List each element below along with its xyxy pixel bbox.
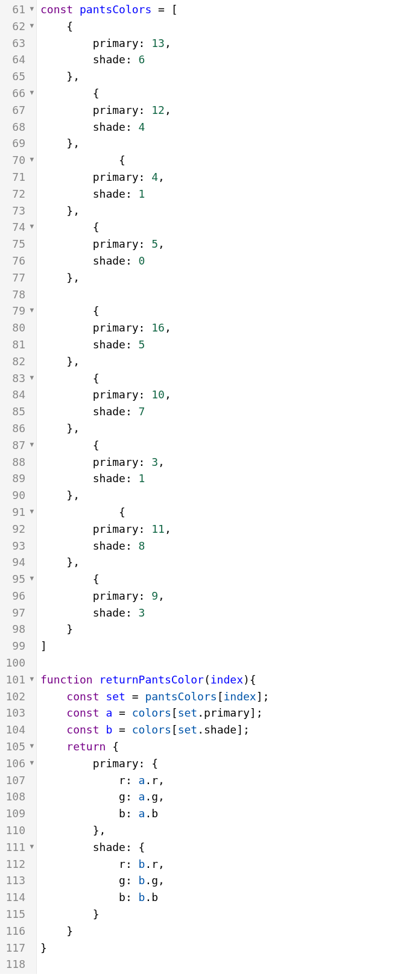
- code-line[interactable]: shade: 8: [40, 538, 409, 554]
- fold-toggle-icon: [25, 788, 34, 805]
- line-number: 92: [4, 521, 25, 538]
- code-line[interactable]: const pantsColors = [: [40, 1, 409, 18]
- code-line[interactable]: const set = pantsColors[index];: [40, 688, 409, 705]
- code-line[interactable]: }: [40, 621, 409, 638]
- code-line[interactable]: },: [40, 353, 409, 370]
- code-line[interactable]: primary: 16,: [40, 319, 409, 336]
- code-line[interactable]: {: [40, 370, 409, 387]
- gutter-line: 84: [4, 386, 34, 403]
- code-line[interactable]: },: [40, 68, 409, 85]
- fold-toggle-icon: [25, 101, 34, 118]
- code-line[interactable]: {: [40, 85, 409, 102]
- code-line[interactable]: primary: 13,: [40, 35, 409, 52]
- code-line[interactable]: primary: 4,: [40, 169, 409, 186]
- code-line[interactable]: }: [40, 906, 409, 923]
- code-line[interactable]: [40, 286, 409, 303]
- fold-toggle-icon[interactable]: ▼: [25, 302, 34, 319]
- fold-toggle-icon[interactable]: ▼: [25, 503, 34, 520]
- code-line[interactable]: primary: 9,: [40, 588, 409, 605]
- fold-toggle-icon: [25, 939, 34, 956]
- fold-toggle-icon[interactable]: ▼: [25, 838, 34, 855]
- code-line[interactable]: {: [40, 18, 409, 35]
- code-line[interactable]: shade: 0: [40, 253, 409, 269]
- code-line[interactable]: r: b.r,: [40, 856, 409, 873]
- code-line[interactable]: },: [40, 135, 409, 152]
- code-line[interactable]: r: a.r,: [40, 772, 409, 789]
- token-punct: :: [125, 874, 139, 887]
- fold-toggle-icon[interactable]: ▼: [25, 151, 34, 168]
- code-line[interactable]: g: a.g,: [40, 788, 409, 805]
- token-prop: primary: [93, 388, 139, 401]
- code-line[interactable]: },: [40, 554, 409, 571]
- token-var2: b: [139, 891, 145, 903]
- code-line[interactable]: primary: {: [40, 755, 409, 772]
- gutter-line: 92: [4, 521, 34, 538]
- code-line[interactable]: const b = colors[set.shade];: [40, 721, 409, 738]
- code-line[interactable]: },: [40, 420, 409, 437]
- fold-toggle-icon: [25, 336, 34, 353]
- token-prop: shade: [93, 606, 125, 619]
- fold-toggle-icon[interactable]: ▼: [25, 1, 34, 17]
- code-line[interactable]: shade: 1: [40, 470, 409, 487]
- fold-toggle-icon[interactable]: ▼: [25, 84, 34, 101]
- code-line[interactable]: },: [40, 822, 409, 839]
- code-line[interactable]: b: b.b: [40, 889, 409, 906]
- code-line[interactable]: {: [40, 571, 409, 588]
- code-line[interactable]: },: [40, 487, 409, 504]
- fold-toggle-icon[interactable]: ▼: [25, 671, 34, 688]
- code-line[interactable]: primary: 12,: [40, 102, 409, 119]
- token-punct: ];: [256, 690, 270, 703]
- token-punct: ,: [158, 456, 165, 468]
- code-line[interactable]: primary: 10,: [40, 386, 409, 403]
- fold-toggle-icon[interactable]: ▼: [25, 17, 34, 34]
- code-line[interactable]: primary: 11,: [40, 521, 409, 538]
- code-line[interactable]: primary: 3,: [40, 454, 409, 471]
- code-line[interactable]: shade: 7: [40, 403, 409, 420]
- code-line[interactable]: {: [40, 152, 409, 169]
- fold-toggle-icon[interactable]: ▼: [25, 218, 34, 235]
- code-line[interactable]: {: [40, 504, 409, 521]
- token-prop: primary: [93, 757, 139, 770]
- token-punct: },: [40, 824, 106, 837]
- code-line[interactable]: shade: 1: [40, 186, 409, 203]
- code-line[interactable]: },: [40, 203, 409, 219]
- code-line[interactable]: shade: {: [40, 839, 409, 856]
- token-prop: shade: [93, 187, 125, 200]
- code-line[interactable]: const a = colors[set.primary];: [40, 705, 409, 721]
- code-line[interactable]: }: [40, 923, 409, 940]
- token-punct: ,: [165, 523, 171, 535]
- code-line[interactable]: {: [40, 437, 409, 454]
- fold-toggle-icon[interactable]: ▼: [25, 755, 34, 771]
- code-line[interactable]: return {: [40, 738, 409, 755]
- code-line[interactable]: {: [40, 303, 409, 319]
- code-line[interactable]: primary: 5,: [40, 236, 409, 253]
- code-line[interactable]: [40, 956, 409, 973]
- token-punct: [40, 104, 93, 116]
- gutter-line: 100: [4, 655, 34, 671]
- fold-toggle-icon[interactable]: ▼: [25, 369, 34, 386]
- fold-toggle-icon[interactable]: ▼: [25, 738, 34, 755]
- code-line[interactable]: shade: 4: [40, 119, 409, 136]
- fold-toggle-icon[interactable]: ▼: [25, 570, 34, 587]
- code-line[interactable]: shade: 5: [40, 336, 409, 353]
- code-line[interactable]: {: [40, 219, 409, 236]
- gutter: 61▼62▼63 64 65 66▼67 68 69 70▼71 72 73 7…: [0, 0, 37, 974]
- code-line[interactable]: shade: 3: [40, 605, 409, 621]
- token-punct: [40, 121, 93, 133]
- fold-toggle-icon[interactable]: ▼: [25, 436, 34, 453]
- token-num: 9: [151, 589, 158, 602]
- token-punct: ];: [250, 706, 263, 719]
- code-editor[interactable]: 61▼62▼63 64 65 66▼67 68 69 70▼71 72 73 7…: [0, 0, 409, 974]
- gutter-line: 72: [4, 186, 34, 203]
- code-line[interactable]: b: a.b: [40, 805, 409, 822]
- code-area[interactable]: const pantsColors = [ { primary: 13, sha…: [37, 0, 409, 974]
- code-line[interactable]: [40, 655, 409, 671]
- code-line[interactable]: shade: 6: [40, 51, 409, 68]
- code-line[interactable]: g: b.g,: [40, 872, 409, 889]
- code-line[interactable]: function returnPantsColor(index){: [40, 671, 409, 688]
- code-line[interactable]: },: [40, 269, 409, 286]
- token-punct: [40, 53, 93, 66]
- code-line[interactable]: }: [40, 940, 409, 956]
- code-line[interactable]: ]: [40, 638, 409, 655]
- line-number: 101: [4, 671, 25, 688]
